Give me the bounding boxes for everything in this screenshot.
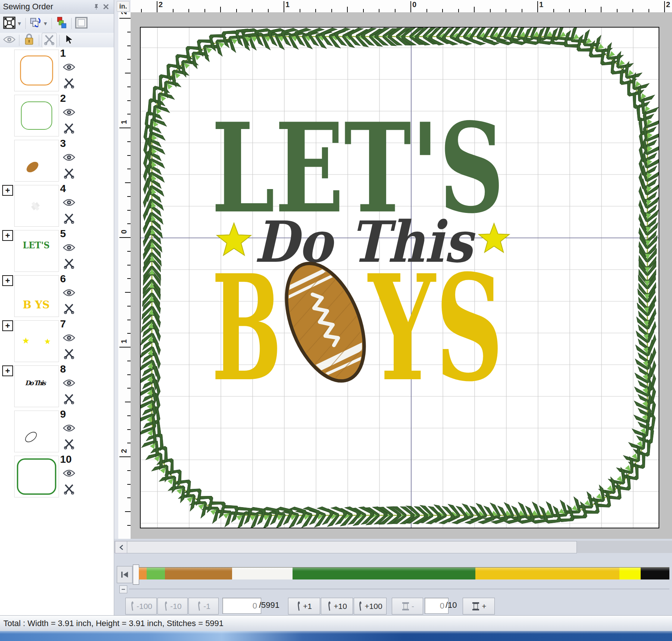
h-ruler-label: 0: [412, 0, 416, 9]
h-ruler-label: 2: [666, 0, 670, 9]
item-trim-scissors-icon[interactable]: [63, 393, 75, 404]
panel-toolbar-top: ▼▼: [0, 14, 114, 33]
scroll-left-button[interactable]: [115, 541, 128, 553]
item-visibility-eye-icon[interactable]: [63, 424, 76, 433]
stitch-back-1-button[interactable]: -1: [188, 598, 219, 615]
color-segment[interactable]: [293, 568, 475, 579]
item-thumbnail[interactable]: [14, 95, 59, 136]
sewing-order-item-6[interactable]: +B YS6: [0, 273, 114, 318]
item-trim-scissors-icon[interactable]: [63, 167, 75, 179]
stitch-forward-100-button[interactable]: +100: [354, 598, 387, 615]
expand-toggle[interactable]: +: [2, 320, 13, 331]
color-segment[interactable]: [475, 568, 620, 579]
lock-button[interactable]: [22, 33, 36, 47]
windows-taskbar[interactable]: [0, 631, 672, 641]
ruler-corner: in.: [114, 0, 131, 13]
item-thumbnail[interactable]: Do This: [14, 365, 59, 407]
fit-view-button[interactable]: [2, 16, 16, 31]
sewing-order-item-2[interactable]: 2: [0, 92, 114, 138]
item-visibility-eye-icon[interactable]: [63, 289, 76, 298]
panel-toolbar-bottom: [0, 33, 114, 48]
item-visibility-eye-icon[interactable]: [63, 469, 76, 478]
color-segment[interactable]: [641, 568, 669, 579]
expand-toggle[interactable]: +: [2, 275, 13, 286]
color-segment[interactable]: [232, 568, 293, 579]
item-thumbnail[interactable]: B YS: [14, 275, 59, 317]
color-segment[interactable]: [147, 568, 165, 579]
design-page[interactable]: LET'SDo ThisBYS: [140, 27, 659, 528]
sewing-order-item-10[interactable]: 10: [0, 453, 114, 499]
sewing-order-item-3[interactable]: 3: [0, 138, 114, 183]
color-block-previous-button[interactable]: -: [392, 598, 423, 615]
item-number: 7: [60, 318, 66, 330]
dropdown-arrow-icon[interactable]: ▼: [43, 21, 48, 26]
item-trim-scissors-icon[interactable]: [63, 122, 75, 133]
sewing-order-item-7[interactable]: +7: [0, 318, 114, 363]
item-trim-scissors-icon[interactable]: [63, 77, 75, 88]
trim-button[interactable]: [42, 33, 57, 48]
stitch-forward-10-button[interactable]: +10: [321, 598, 353, 615]
visibility-button[interactable]: [2, 33, 16, 47]
item-trim-scissors-icon[interactable]: [63, 258, 75, 269]
select-button[interactable]: [62, 33, 76, 47]
color-segment[interactable]: [619, 568, 641, 579]
item-trim-scissors-icon[interactable]: [63, 213, 75, 224]
item-trim-scissors-icon[interactable]: [63, 348, 75, 359]
item-visibility-eye-icon[interactable]: [63, 334, 76, 343]
sewing-order-panel: Sewing Order ▼▼ 123+4+LET'S5+B YS6+7+Do …: [0, 0, 114, 615]
item-visibility-eye-icon[interactable]: [63, 379, 76, 388]
item-trim-scissors-icon[interactable]: [63, 438, 75, 449]
sewing-order-item-1[interactable]: 1: [0, 47, 114, 92]
scrollbar-thumb[interactable]: [127, 541, 577, 553]
canvas-workspace[interactable]: LET'SDo ThisBYS: [131, 12, 672, 539]
item-visibility-eye-icon[interactable]: [63, 153, 76, 162]
color-block-next-button[interactable]: +: [463, 598, 495, 615]
item-visibility-eye-icon[interactable]: [63, 63, 76, 72]
ruler-unit: in.: [117, 1, 129, 12]
stitch-forward-1-button[interactable]: +1: [288, 598, 320, 615]
color-segment[interactable]: [165, 568, 232, 579]
status-text: Total : Width = 3.91 inch, Height = 3.91…: [3, 619, 224, 628]
sewing-order-item-4[interactable]: +4: [0, 183, 114, 228]
sewing-order-item-8[interactable]: +Do This8: [0, 363, 114, 408]
horizontal-scrollbar[interactable]: [114, 541, 672, 553]
expand-toggle[interactable]: +: [2, 185, 13, 196]
hoop-button[interactable]: [74, 16, 88, 31]
close-icon[interactable]: [101, 2, 111, 12]
item-thumbnail[interactable]: [14, 185, 59, 227]
design-text-ys: YS: [367, 243, 503, 414]
pin-icon[interactable]: [91, 2, 101, 12]
item-thumbnail[interactable]: [14, 411, 59, 452]
color-block-position-field[interactable]: 0: [425, 598, 448, 614]
expand-toggle[interactable]: +: [2, 365, 13, 376]
item-trim-scissors-icon[interactable]: [63, 303, 75, 314]
color-block-total-label: /10: [446, 600, 457, 610]
sewing-order-item-9[interactable]: 9: [0, 408, 114, 453]
item-thumbnail[interactable]: [14, 320, 59, 362]
svg-text:B YS: B YS: [23, 299, 50, 311]
item-thumbnail[interactable]: LET'S: [14, 230, 59, 272]
item-visibility-eye-icon[interactable]: [63, 243, 76, 252]
stitch-back-100-button[interactable]: -100: [125, 598, 157, 615]
stitch-position-field[interactable]: 0: [222, 598, 261, 614]
item-visibility-eye-icon[interactable]: [63, 198, 76, 207]
collapse-splitter-button[interactable]: [119, 585, 127, 593]
item-thumbnail[interactable]: [14, 140, 59, 182]
color-progress-bar[interactable]: [139, 567, 669, 579]
item-thumbnail[interactable]: [14, 50, 59, 91]
sewing-order-item-5[interactable]: +LET'S5: [0, 228, 114, 273]
dropdown-arrow-icon[interactable]: ▼: [17, 21, 22, 26]
rewind-button[interactable]: [117, 566, 132, 583]
color-sort-button[interactable]: [54, 16, 69, 31]
stitch-back-10-button[interactable]: -10: [157, 598, 188, 615]
color-segment[interactable]: [139, 568, 147, 579]
item-visibility-eye-icon[interactable]: [63, 108, 76, 117]
expand-toggle[interactable]: +: [2, 230, 13, 241]
v-ruler-label: 1: [120, 120, 128, 124]
item-trim-scissors-icon[interactable]: [63, 483, 75, 494]
laurel-leaf: [628, 85, 655, 113]
stitch-slider-thumb[interactable]: [133, 565, 139, 585]
item-thumbnail[interactable]: [14, 456, 59, 497]
h-ruler-label: 1: [285, 0, 290, 9]
sequence-button[interactable]: [28, 16, 43, 31]
